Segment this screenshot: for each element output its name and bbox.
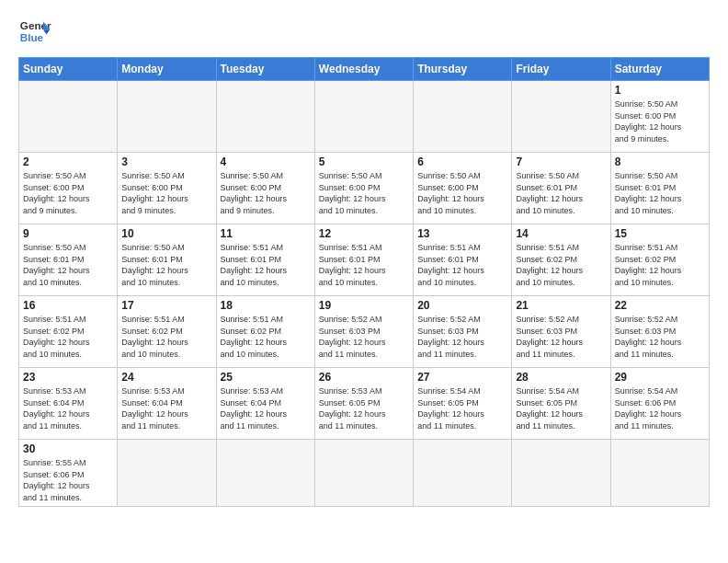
day-info: Sunrise: 5:50 AMSunset: 6:00 PMDaylight:… — [121, 170, 211, 216]
weekday-header-wednesday: Wednesday — [314, 58, 413, 81]
day-info: Sunrise: 5:50 AMSunset: 6:01 PMDaylight:… — [121, 242, 211, 288]
day-number: 19 — [319, 299, 409, 312]
day-info: Sunrise: 5:54 AMSunset: 6:05 PMDaylight:… — [516, 385, 606, 431]
day-info: Sunrise: 5:54 AMSunset: 6:05 PMDaylight:… — [417, 385, 507, 431]
day-info: Sunrise: 5:53 AMSunset: 6:04 PMDaylight:… — [221, 385, 311, 431]
calendar-cell — [414, 81, 512, 153]
weekday-header-thursday: Thursday — [414, 58, 512, 81]
day-number: 11 — [221, 227, 311, 240]
calendar-cell: 4Sunrise: 5:50 AMSunset: 6:00 PMDaylight… — [216, 153, 314, 224]
weekday-header-saturday: Saturday — [610, 58, 709, 81]
day-info: Sunrise: 5:50 AMSunset: 6:01 PMDaylight:… — [23, 242, 113, 288]
calendar-cell: 3Sunrise: 5:50 AMSunset: 6:00 PMDaylight… — [118, 153, 216, 224]
calendar-cell: 23Sunrise: 5:53 AMSunset: 6:04 PMDayligh… — [19, 368, 118, 440]
calendar-cell: 29Sunrise: 5:54 AMSunset: 6:06 PMDayligh… — [610, 368, 709, 440]
svg-marker-3 — [43, 29, 50, 34]
calendar-cell — [216, 81, 314, 153]
day-number: 29 — [615, 371, 705, 384]
generalblue-icon: General Blue — [18, 15, 51, 48]
calendar-cell: 24Sunrise: 5:53 AMSunset: 6:04 PMDayligh… — [118, 368, 216, 440]
day-info: Sunrise: 5:50 AMSunset: 6:00 PMDaylight:… — [417, 170, 507, 216]
calendar-cell: 26Sunrise: 5:53 AMSunset: 6:05 PMDayligh… — [314, 368, 413, 440]
day-info: Sunrise: 5:51 AMSunset: 6:02 PMDaylight:… — [221, 314, 311, 360]
day-info: Sunrise: 5:50 AMSunset: 6:01 PMDaylight:… — [516, 170, 606, 216]
day-info: Sunrise: 5:50 AMSunset: 6:00 PMDaylight:… — [319, 170, 409, 216]
day-info: Sunrise: 5:51 AMSunset: 6:02 PMDaylight:… — [121, 314, 211, 360]
weekday-header-friday: Friday — [512, 58, 610, 81]
svg-text:Blue: Blue — [20, 31, 44, 43]
day-number: 23 — [23, 371, 113, 384]
calendar-cell — [118, 81, 216, 153]
calendar-cell: 14Sunrise: 5:51 AMSunset: 6:02 PMDayligh… — [512, 224, 610, 296]
day-number: 24 — [121, 371, 211, 384]
calendar-cell: 17Sunrise: 5:51 AMSunset: 6:02 PMDayligh… — [118, 296, 216, 368]
calendar-cell: 1Sunrise: 5:50 AMSunset: 6:00 PMDaylight… — [610, 81, 709, 153]
calendar-cell: 18Sunrise: 5:51 AMSunset: 6:02 PMDayligh… — [216, 296, 314, 368]
calendar-cell: 25Sunrise: 5:53 AMSunset: 6:04 PMDayligh… — [216, 368, 314, 440]
day-number: 12 — [319, 227, 409, 240]
day-number: 20 — [417, 299, 507, 312]
calendar-cell — [19, 81, 118, 153]
weekday-header-row: SundayMondayTuesdayWednesdayThursdayFrid… — [19, 58, 710, 81]
day-number: 25 — [221, 371, 311, 384]
day-number: 27 — [417, 371, 507, 384]
calendar-cell: 15Sunrise: 5:51 AMSunset: 6:02 PMDayligh… — [610, 224, 709, 296]
day-info: Sunrise: 5:50 AMSunset: 6:00 PMDaylight:… — [23, 170, 113, 216]
calendar-cell: 11Sunrise: 5:51 AMSunset: 6:01 PMDayligh… — [216, 224, 314, 296]
day-info: Sunrise: 5:50 AMSunset: 6:01 PMDaylight:… — [615, 170, 705, 216]
calendar-cell — [512, 440, 610, 507]
calendar-cell: 8Sunrise: 5:50 AMSunset: 6:01 PMDaylight… — [610, 153, 709, 224]
calendar-table: SundayMondayTuesdayWednesdayThursdayFrid… — [18, 57, 710, 507]
day-info: Sunrise: 5:51 AMSunset: 6:01 PMDaylight:… — [417, 242, 507, 288]
day-number: 13 — [417, 227, 507, 240]
day-number: 7 — [516, 155, 606, 168]
day-number: 14 — [516, 227, 606, 240]
day-info: Sunrise: 5:51 AMSunset: 6:01 PMDaylight:… — [319, 242, 409, 288]
calendar-cell: 22Sunrise: 5:52 AMSunset: 6:03 PMDayligh… — [610, 296, 709, 368]
calendar-cell — [314, 81, 413, 153]
day-info: Sunrise: 5:52 AMSunset: 6:03 PMDaylight:… — [516, 314, 606, 360]
calendar-cell: 13Sunrise: 5:51 AMSunset: 6:01 PMDayligh… — [414, 224, 512, 296]
calendar-cell — [216, 440, 314, 507]
calendar-cell: 28Sunrise: 5:54 AMSunset: 6:05 PMDayligh… — [512, 368, 610, 440]
day-info: Sunrise: 5:53 AMSunset: 6:04 PMDaylight:… — [23, 385, 113, 431]
day-number: 28 — [516, 371, 606, 384]
day-number: 10 — [121, 227, 211, 240]
day-number: 16 — [23, 299, 113, 312]
page: General Blue SundayMondayTuesdayWednesda… — [0, 0, 728, 563]
calendar-cell — [512, 81, 610, 153]
calendar-cell: 27Sunrise: 5:54 AMSunset: 6:05 PMDayligh… — [414, 368, 512, 440]
calendar-cell — [414, 440, 512, 507]
calendar-cell — [610, 440, 709, 507]
calendar-cell: 20Sunrise: 5:52 AMSunset: 6:03 PMDayligh… — [414, 296, 512, 368]
day-info: Sunrise: 5:54 AMSunset: 6:06 PMDaylight:… — [615, 385, 705, 431]
day-info: Sunrise: 5:51 AMSunset: 6:02 PMDaylight:… — [615, 242, 705, 288]
day-info: Sunrise: 5:52 AMSunset: 6:03 PMDaylight:… — [319, 314, 409, 360]
day-number: 1 — [615, 84, 705, 97]
day-info: Sunrise: 5:55 AMSunset: 6:06 PMDaylight:… — [23, 457, 113, 503]
calendar-cell: 9Sunrise: 5:50 AMSunset: 6:01 PMDaylight… — [19, 224, 118, 296]
calendar-cell: 30Sunrise: 5:55 AMSunset: 6:06 PMDayligh… — [19, 440, 118, 507]
day-info: Sunrise: 5:53 AMSunset: 6:05 PMDaylight:… — [319, 385, 409, 431]
weekday-header-sunday: Sunday — [19, 58, 118, 81]
calendar-cell: 12Sunrise: 5:51 AMSunset: 6:01 PMDayligh… — [314, 224, 413, 296]
day-number: 9 — [23, 227, 113, 240]
day-number: 30 — [23, 442, 113, 455]
calendar-week-6: 30Sunrise: 5:55 AMSunset: 6:06 PMDayligh… — [19, 440, 710, 507]
day-number: 18 — [221, 299, 311, 312]
day-number: 2 — [23, 155, 113, 168]
day-info: Sunrise: 5:53 AMSunset: 6:04 PMDaylight:… — [121, 385, 211, 431]
calendar-cell — [118, 440, 216, 507]
day-number: 15 — [615, 227, 705, 240]
calendar-cell: 6Sunrise: 5:50 AMSunset: 6:00 PMDaylight… — [414, 153, 512, 224]
day-number: 26 — [319, 371, 409, 384]
calendar-cell: 7Sunrise: 5:50 AMSunset: 6:01 PMDaylight… — [512, 153, 610, 224]
calendar-cell: 5Sunrise: 5:50 AMSunset: 6:00 PMDaylight… — [314, 153, 413, 224]
calendar-week-4: 16Sunrise: 5:51 AMSunset: 6:02 PMDayligh… — [19, 296, 710, 368]
day-number: 4 — [221, 155, 311, 168]
day-number: 17 — [121, 299, 211, 312]
calendar-cell: 10Sunrise: 5:50 AMSunset: 6:01 PMDayligh… — [118, 224, 216, 296]
calendar-week-5: 23Sunrise: 5:53 AMSunset: 6:04 PMDayligh… — [19, 368, 710, 440]
day-info: Sunrise: 5:52 AMSunset: 6:03 PMDaylight:… — [417, 314, 507, 360]
calendar-cell: 21Sunrise: 5:52 AMSunset: 6:03 PMDayligh… — [512, 296, 610, 368]
